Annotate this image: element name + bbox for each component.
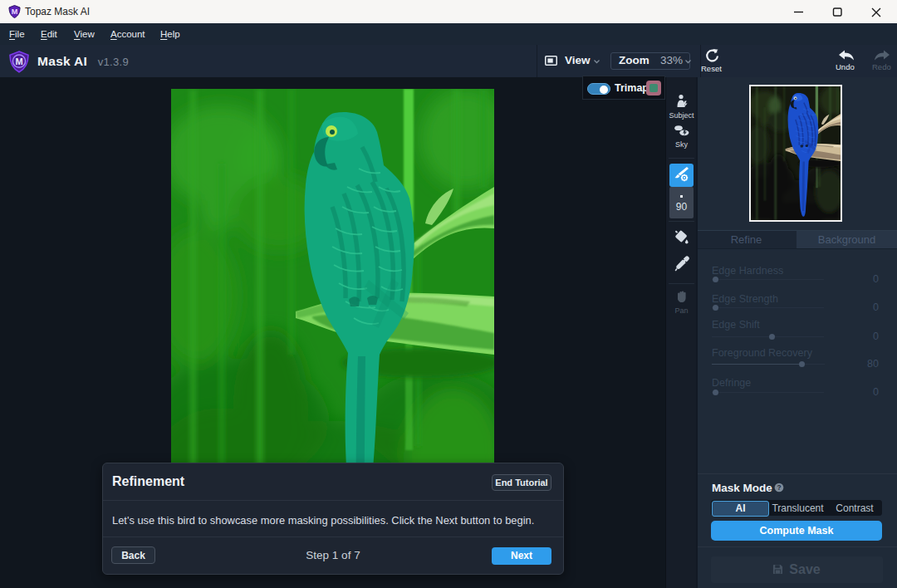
svg-text:M: M [12,7,18,16]
svg-text:?: ? [777,483,781,492]
svg-text:M: M [15,56,22,66]
